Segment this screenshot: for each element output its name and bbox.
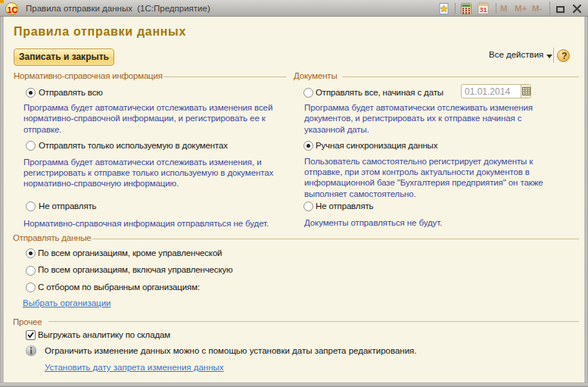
- svg-text:31: 31: [479, 6, 487, 14]
